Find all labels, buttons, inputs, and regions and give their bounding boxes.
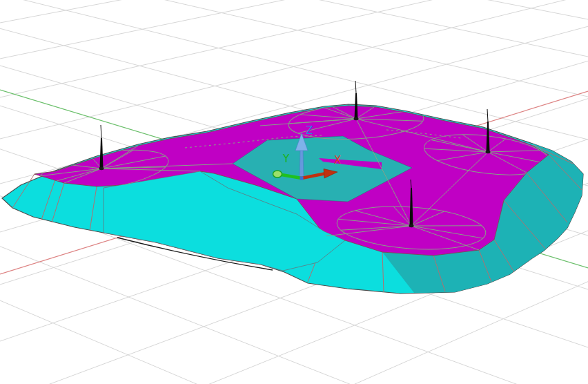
- grid-line: [0, 0, 588, 97]
- gizmo-z-arrow[interactable]: [300, 149, 304, 178]
- gizmo-origin-handle[interactable]: [300, 177, 304, 180]
- grid-line: [0, 300, 588, 384]
- grid-line: [0, 0, 588, 97]
- grid-line: [0, 282, 588, 384]
- grid-line: [0, 0, 588, 23]
- grid-line: [0, 0, 588, 19]
- scene-canvas[interactable]: [0, 0, 588, 384]
- grid-line: [0, 0, 588, 57]
- 3d-viewport[interactable]: Z Y X: [0, 0, 588, 384]
- gizmo-y-arrowhead[interactable]: [273, 171, 282, 177]
